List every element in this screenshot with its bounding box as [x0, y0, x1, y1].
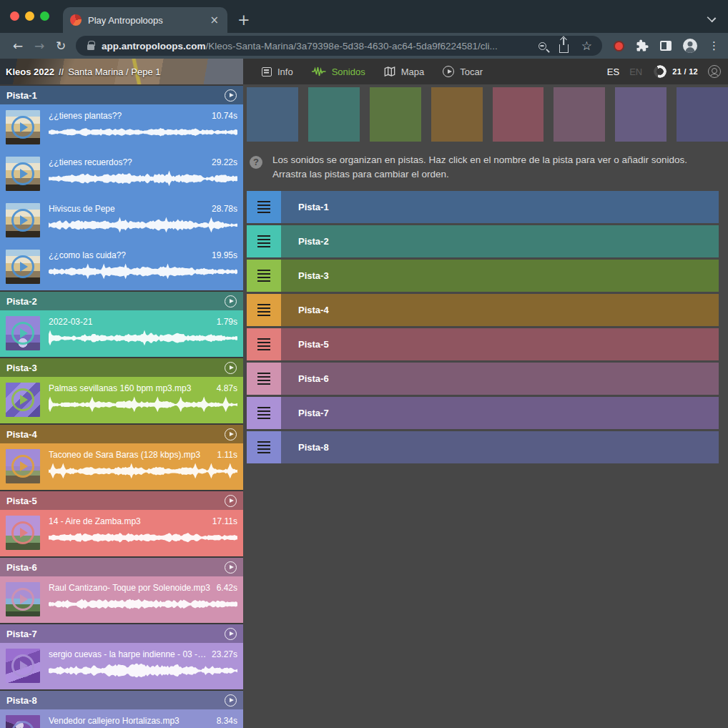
record-extension-icon[interactable]	[614, 41, 624, 51]
track-play-button[interactable]	[225, 495, 237, 507]
tab-sonidos[interactable]: Sonidos	[312, 67, 365, 77]
track-row[interactable]: Pista-4	[247, 294, 719, 326]
track-play-button[interactable]	[225, 628, 237, 640]
audio-clip[interactable]: 14 - Aire de Zamba.mp317.11s	[0, 510, 243, 556]
track-row-bar[interactable]: Pista-4	[281, 294, 719, 326]
side-panel-icon[interactable]	[660, 41, 672, 51]
track-name: Pista-6	[6, 562, 37, 573]
minimize-window-button[interactable]	[25, 11, 34, 21]
track-header[interactable]: Pista-7	[0, 624, 243, 643]
audio-clip[interactable]: ¿¿tienes recuerdos??29.22s	[0, 151, 243, 197]
track-header[interactable]: Pista-1	[0, 86, 243, 104]
clip-play-overlay-icon[interactable]	[11, 116, 34, 139]
clip-play-overlay-icon[interactable]	[11, 521, 34, 544]
drag-handle-icon[interactable]	[247, 397, 281, 429]
track-row-bar[interactable]: Pista-6	[281, 363, 719, 395]
track-row-bar[interactable]: Pista-3	[281, 260, 719, 292]
clip-play-overlay-icon[interactable]	[11, 721, 34, 728]
browser-tab[interactable]: Play Antropoloops ×	[63, 7, 227, 33]
track-row[interactable]: Pista-2	[247, 225, 719, 257]
audio-clip[interactable]: Hiviscus de Pepe28.78s	[0, 197, 243, 244]
track-play-button[interactable]	[225, 694, 237, 707]
chevron-down-icon[interactable]	[708, 13, 715, 20]
clip-play-overlay-icon[interactable]	[11, 162, 34, 185]
zoom-window-button[interactable]	[40, 11, 49, 21]
track-name: Pista-7	[6, 629, 37, 639]
tab-mapa-label: Mapa	[401, 67, 425, 77]
extensions-puzzle-icon[interactable]	[636, 39, 649, 52]
window-controls[interactable]	[10, 11, 49, 21]
help-question-icon[interactable]: ?	[250, 156, 262, 169]
clip-play-overlay-icon[interactable]	[11, 588, 34, 611]
clip-play-overlay-icon[interactable]	[11, 388, 34, 411]
bookmark-star-icon[interactable]: ☆	[581, 40, 592, 52]
tab-info[interactable]: Info	[262, 67, 293, 77]
share-icon[interactable]	[559, 44, 569, 53]
lang-en-button[interactable]: EN	[629, 67, 642, 77]
close-window-button[interactable]	[10, 11, 19, 21]
track-row-bar[interactable]: Pista-5	[281, 328, 719, 360]
tab-tocar[interactable]: Tocar	[443, 66, 483, 77]
close-tab-icon[interactable]: ×	[208, 14, 220, 26]
drag-handle-icon[interactable]	[247, 260, 281, 292]
track-header[interactable]: Pista-8	[0, 691, 243, 709]
track-header[interactable]: Pista-4	[0, 425, 243, 443]
drag-handle-icon[interactable]	[247, 363, 281, 395]
address-bar[interactable]: app.antropoloops.com/Kleos-Santa-Marina/…	[76, 36, 602, 56]
zoom-level-icon[interactable]	[538, 42, 546, 50]
drag-handle-icon[interactable]	[247, 225, 281, 257]
audio-clip[interactable]: sergio cuevas - la harpe indienne - 03 -…	[0, 643, 243, 689]
track-header[interactable]: Pista-3	[0, 358, 243, 377]
track-play-button[interactable]	[225, 295, 237, 308]
audio-clip[interactable]: ¿¿como las cuida??19.95s	[0, 244, 243, 290]
clip-play-overlay-icon[interactable]	[11, 322, 34, 345]
track-play-button[interactable]	[225, 362, 237, 374]
account-icon[interactable]	[708, 65, 721, 78]
track-row-bar[interactable]: Pista-2	[281, 225, 719, 257]
audio-clip[interactable]: Raul Cantizano- Toque por Solenoide.mp36…	[0, 576, 243, 623]
profile-avatar[interactable]	[683, 39, 697, 53]
tab-mapa[interactable]: Mapa	[384, 67, 425, 77]
back-button[interactable]: ←	[7, 39, 29, 53]
track-header[interactable]: Pista-6	[0, 558, 243, 576]
track-row[interactable]: Pista-1	[247, 191, 719, 223]
track-row-bar[interactable]: Pista-7	[281, 397, 719, 429]
lang-es-button[interactable]: ES	[607, 67, 619, 77]
track-header[interactable]: Pista-5	[0, 491, 243, 510]
clip-play-overlay-icon[interactable]	[11, 209, 34, 232]
clip-play-overlay-icon[interactable]	[11, 455, 34, 478]
track-play-button[interactable]	[225, 561, 237, 574]
drag-handle-icon[interactable]	[247, 431, 281, 463]
track-clips: 2022-03-211.79s	[0, 310, 243, 357]
audio-clip[interactable]: ¿¿tienes plantas??10.74s	[0, 104, 243, 151]
play-circle-icon	[443, 66, 454, 77]
audio-clip[interactable]: 2022-03-211.79s	[0, 310, 243, 357]
lock-icon[interactable]	[87, 44, 94, 50]
track-play-button[interactable]	[225, 428, 237, 441]
track-row-bar[interactable]: Pista-1	[281, 191, 719, 223]
track-row[interactable]: Pista-8	[247, 431, 719, 463]
drag-handle-icon[interactable]	[247, 191, 281, 223]
forward-button[interactable]: →	[29, 39, 50, 53]
audio-clip[interactable]: Palmas sevillanas 160 bpm mp3.mp34.87s	[0, 377, 243, 423]
track-row[interactable]: Pista-7	[247, 397, 719, 429]
browser-menu-icon[interactable]: ⋮	[709, 39, 719, 52]
audio-clip[interactable]: Taconeo de Sara Baras (128 kbps).mp31.11…	[0, 443, 243, 490]
audio-clip[interactable]: Vendedor callejero Hortalizas.mp38.34s	[0, 709, 243, 728]
drag-handle-icon[interactable]	[247, 294, 281, 326]
track-play-button[interactable]	[225, 89, 237, 102]
breadcrumb[interactable]: Kleos 2022//Santa Marina / Pepe 1	[0, 59, 243, 84]
track-row-bar[interactable]: Pista-8	[281, 431, 719, 463]
url-text[interactable]: app.antropoloops.com/Kleos-Santa-Marina/…	[102, 41, 526, 51]
drag-handle-icon[interactable]	[247, 328, 281, 360]
track-row[interactable]: Pista-6	[247, 363, 719, 395]
clip-play-overlay-icon[interactable]	[11, 654, 34, 677]
clip-play-overlay-icon[interactable]	[11, 255, 34, 278]
project-title[interactable]: Kleos 2022	[6, 67, 54, 77]
reload-button[interactable]: ↻	[50, 39, 72, 53]
new-tab-button[interactable]: +	[237, 11, 250, 29]
track-row[interactable]: Pista-5	[247, 328, 719, 360]
browser-tab-strip: Play Antropoloops × +	[0, 0, 728, 33]
track-header[interactable]: Pista-2	[0, 292, 243, 310]
track-row[interactable]: Pista-3	[247, 260, 719, 292]
